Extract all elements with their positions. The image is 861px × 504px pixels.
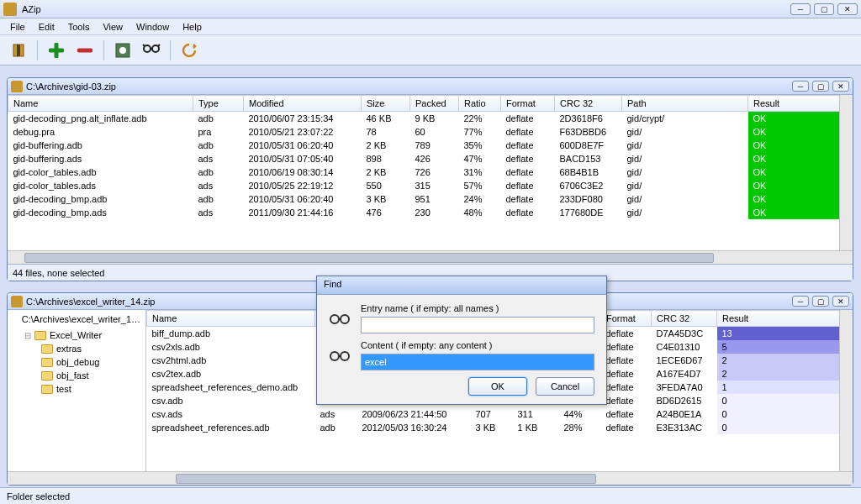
- entry-name-label: Entry name ( if empty: all names ): [361, 303, 594, 313]
- find-dialog: Find Entry name ( if empty: all names ) …: [316, 276, 607, 405]
- svg-point-8: [330, 352, 339, 360]
- tree-folder[interactable]: obj_debug: [8, 355, 145, 369]
- content-input[interactable]: [361, 354, 594, 370]
- child-titlebar: C:\Archives\gid-03.zip ─ ▢ ✕: [8, 78, 853, 95]
- cancel-button[interactable]: Cancel: [536, 377, 594, 396]
- folder-icon: [41, 358, 53, 367]
- archive-icon: [11, 296, 23, 307]
- table-row[interactable]: spreadsheet_references.adbadb2012/05/03 …: [147, 421, 853, 434]
- folder-icon: [34, 331, 46, 340]
- folder-icon: [41, 344, 53, 354]
- test-icon[interactable]: [109, 39, 136, 62]
- result-cell: 2: [717, 367, 853, 381]
- table-row[interactable]: csv.adsads2009/06/23 21:44:5070731144%de…: [147, 407, 853, 421]
- folder-icon: [41, 371, 53, 381]
- tree-folder[interactable]: test: [8, 382, 145, 396]
- menu-edit[interactable]: Edit: [32, 20, 61, 34]
- tree-folder[interactable]: ⊟Excel_Writer: [8, 328, 145, 342]
- toolbar: [0, 35, 861, 66]
- archive-window-1: C:\Archives\gid-03.zip ─ ▢ ✕ NameTypeMod…: [7, 77, 853, 281]
- child-close-button[interactable]: ✕: [832, 81, 849, 92]
- table-row[interactable]: debug.prapra2010/05/21 23:07:22786077%de…: [8, 125, 853, 139]
- status-text: Folder selected: [7, 491, 70, 501]
- archive-icon: [13, 313, 18, 325]
- find-icon[interactable]: [138, 39, 165, 62]
- app-title: AZip: [22, 4, 790, 14]
- ok-button[interactable]: OK: [468, 377, 527, 396]
- result-cell: OK: [748, 165, 853, 179]
- add-icon[interactable]: [43, 39, 70, 62]
- result-cell: 13: [717, 327, 853, 341]
- app-icon: [3, 3, 17, 16]
- maximize-button[interactable]: ▢: [814, 3, 834, 15]
- result-cell: OK: [748, 179, 853, 192]
- binoculars-icon: [329, 310, 352, 327]
- result-cell: 0: [717, 407, 853, 421]
- result-cell: OK: [748, 139, 853, 152]
- refresh-icon[interactable]: [176, 39, 203, 62]
- tree-folder[interactable]: obj_fast: [8, 369, 145, 382]
- column-header[interactable]: Name: [8, 96, 193, 112]
- table-row[interactable]: gid-color_tables.adbadb2010/06/19 08:30:…: [8, 165, 853, 179]
- tree-root[interactable]: C:\Archives\excel_writer_1…: [8, 310, 145, 328]
- child-close-button[interactable]: ✕: [832, 296, 849, 307]
- column-header[interactable]: Ratio: [459, 96, 501, 112]
- column-header[interactable]: Path: [622, 96, 748, 112]
- svg-point-4: [144, 45, 151, 52]
- column-header[interactable]: Format: [601, 311, 652, 327]
- menu-tools[interactable]: Tools: [61, 20, 97, 34]
- table-row[interactable]: gid-decoding_png.alt_inflate.adbadb2010/…: [8, 112, 853, 126]
- table-row[interactable]: gid-decoding_bmp.adsads2011/09/30 21:44:…: [8, 206, 853, 219]
- table-row[interactable]: gid-buffering.adsads2010/05/31 07:05:408…: [8, 152, 853, 165]
- table-row[interactable]: gid-buffering.adbadb2010/05/31 06:20:402…: [8, 139, 853, 152]
- close-button[interactable]: ✕: [837, 3, 858, 15]
- column-header[interactable]: Result: [717, 311, 853, 327]
- table-row[interactable]: gid-decoding_bmp.adbadb2010/05/31 06:20:…: [8, 192, 853, 206]
- remove-icon[interactable]: [71, 39, 98, 62]
- menu-help[interactable]: Help: [176, 20, 209, 34]
- column-header[interactable]: Name: [147, 311, 315, 327]
- folder-icon: [41, 385, 53, 394]
- tree-folder[interactable]: extras: [8, 342, 145, 355]
- menubar: FileEditToolsViewWindowHelp: [0, 18, 861, 35]
- menu-view[interactable]: View: [96, 20, 129, 34]
- result-cell: 0: [717, 421, 853, 434]
- column-header[interactable]: Type: [193, 96, 244, 112]
- svg-point-9: [341, 352, 349, 360]
- result-cell: 0: [717, 394, 853, 407]
- child-minimize-button[interactable]: ─: [792, 296, 809, 307]
- minimize-button[interactable]: ─: [790, 3, 811, 15]
- child-maximize-button[interactable]: ▢: [812, 81, 829, 92]
- global-status-bar: Folder selected: [0, 487, 861, 504]
- result-cell: 1: [717, 381, 853, 394]
- dialog-title: Find: [317, 276, 606, 295]
- svg-point-3: [119, 47, 126, 54]
- entry-name-input[interactable]: [361, 317, 594, 333]
- result-cell: 5: [717, 340, 853, 354]
- column-header[interactable]: Packed: [410, 96, 459, 112]
- column-header[interactable]: CRC 32: [555, 96, 622, 112]
- vertical-scrollbar[interactable]: [839, 95, 853, 250]
- table-row[interactable]: gid-color_tables.adsads2010/05/25 22:19:…: [8, 179, 853, 192]
- menu-window[interactable]: Window: [129, 20, 176, 34]
- menu-file[interactable]: File: [3, 20, 32, 34]
- child-maximize-button[interactable]: ▢: [812, 296, 829, 307]
- folder-tree[interactable]: C:\Archives\excel_writer_1… ⊟Excel_Write…: [8, 310, 146, 471]
- column-header[interactable]: Result: [748, 96, 853, 112]
- column-header[interactable]: Format: [501, 96, 555, 112]
- svg-point-7: [341, 315, 349, 323]
- archive-icon: [11, 81, 23, 92]
- horizontal-scrollbar[interactable]: [8, 250, 853, 264]
- child-minimize-button[interactable]: ─: [792, 81, 809, 92]
- result-cell: OK: [748, 125, 853, 139]
- column-header[interactable]: CRC 32: [652, 311, 717, 327]
- archive-icon[interactable]: [5, 39, 32, 62]
- result-cell: 2: [717, 354, 853, 367]
- file-table[interactable]: NameTypeModifiedSizePackedRatioFormatCRC…: [8, 95, 853, 219]
- horizontal-scrollbar[interactable]: [8, 471, 853, 485]
- column-header[interactable]: Size: [362, 96, 410, 112]
- column-header[interactable]: Modified: [244, 96, 362, 112]
- vertical-scrollbar[interactable]: [839, 310, 853, 471]
- svg-point-5: [152, 45, 159, 52]
- status-text: 44 files, none selected: [13, 268, 104, 278]
